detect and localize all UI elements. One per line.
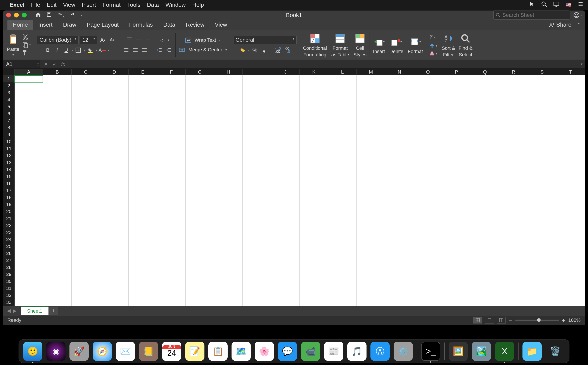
format-cells-button[interactable]: ▾ Format xyxy=(408,35,423,54)
cell[interactable] xyxy=(414,159,442,166)
decrease-font-size-button[interactable]: A▾ xyxy=(108,36,116,44)
cell[interactable] xyxy=(556,145,585,152)
row-header[interactable]: 4 xyxy=(3,96,15,103)
cell[interactable] xyxy=(186,180,214,187)
cell[interactable] xyxy=(271,208,300,215)
cell[interactable] xyxy=(186,75,214,82)
cell[interactable] xyxy=(71,257,100,264)
row-header[interactable]: 25 xyxy=(3,243,15,250)
cell[interactable] xyxy=(471,285,499,292)
cell[interactable] xyxy=(357,166,385,173)
cell[interactable] xyxy=(243,159,271,166)
cell[interactable] xyxy=(71,166,100,173)
cell[interactable] xyxy=(43,264,72,271)
cell[interactable] xyxy=(414,222,442,229)
close-window-button[interactable] xyxy=(6,13,11,17)
decrease-indent-button[interactable] xyxy=(155,46,163,54)
cell[interactable] xyxy=(442,299,471,306)
cell[interactable] xyxy=(157,173,186,180)
cell[interactable] xyxy=(129,271,157,278)
cell[interactable] xyxy=(14,131,43,138)
tab-review[interactable]: Review xyxy=(180,20,209,30)
cell[interactable] xyxy=(528,131,556,138)
cell[interactable] xyxy=(300,159,328,166)
cell[interactable] xyxy=(471,166,499,173)
cell[interactable] xyxy=(214,208,243,215)
cell[interactable] xyxy=(414,299,442,306)
cell[interactable] xyxy=(499,180,528,187)
cell[interactable] xyxy=(528,215,556,222)
cell[interactable] xyxy=(243,103,271,110)
cell[interactable] xyxy=(300,138,328,145)
cell[interactable] xyxy=(214,117,243,124)
tab-draw[interactable]: Draw xyxy=(58,20,81,30)
cell[interactable] xyxy=(357,117,385,124)
cell[interactable] xyxy=(328,194,357,201)
cell[interactable] xyxy=(271,278,300,285)
cell[interactable] xyxy=(471,82,499,89)
zoom-slider[interactable] xyxy=(515,320,559,321)
cell[interactable] xyxy=(414,82,442,89)
cell[interactable] xyxy=(157,285,186,292)
cell[interactable] xyxy=(186,201,214,208)
cell[interactable] xyxy=(214,110,243,117)
cell[interactable] xyxy=(186,236,214,243)
cell[interactable] xyxy=(357,229,385,236)
cell[interactable] xyxy=(43,145,72,152)
cell[interactable] xyxy=(243,292,271,299)
cell[interactable] xyxy=(186,103,214,110)
cell[interactable] xyxy=(528,89,556,96)
cell[interactable] xyxy=(100,285,129,292)
cell[interactable] xyxy=(442,257,471,264)
menu-window[interactable]: Window xyxy=(166,1,186,8)
cell[interactable] xyxy=(271,257,300,264)
zoom-window-button[interactable] xyxy=(22,13,27,17)
align-middle-button[interactable] xyxy=(135,36,142,44)
cell[interactable] xyxy=(385,257,414,264)
cell[interactable] xyxy=(442,250,471,257)
cell[interactable] xyxy=(214,285,243,292)
cell[interactable] xyxy=(157,194,186,201)
cell[interactable] xyxy=(528,222,556,229)
cell[interactable] xyxy=(100,257,129,264)
cell[interactable] xyxy=(214,250,243,257)
cell[interactable] xyxy=(499,96,528,103)
cell[interactable] xyxy=(414,124,442,131)
cell[interactable] xyxy=(499,159,528,166)
menu-insert[interactable]: Insert xyxy=(82,1,96,8)
cell[interactable] xyxy=(357,215,385,222)
cell[interactable] xyxy=(100,152,129,159)
cell[interactable] xyxy=(328,173,357,180)
cell[interactable] xyxy=(100,264,129,271)
increase-decimal-button[interactable]: ←.0.00 xyxy=(274,46,282,54)
cell[interactable] xyxy=(14,124,43,131)
cell[interactable] xyxy=(186,138,214,145)
cell[interactable] xyxy=(300,285,328,292)
cell[interactable] xyxy=(528,96,556,103)
cell[interactable] xyxy=(43,299,72,306)
cell[interactable] xyxy=(71,75,100,82)
dock-launchpad-icon[interactable]: 🚀 xyxy=(70,342,89,361)
cell[interactable] xyxy=(243,229,271,236)
cell[interactable] xyxy=(43,257,72,264)
cell[interactable] xyxy=(157,299,186,306)
cell[interactable] xyxy=(271,152,300,159)
dock-news-icon[interactable]: 📰 xyxy=(324,342,343,361)
cell[interactable] xyxy=(300,208,328,215)
cell[interactable] xyxy=(328,222,357,229)
cell[interactable] xyxy=(328,89,357,96)
search-sheet-input[interactable] xyxy=(493,10,570,20)
cell[interactable] xyxy=(414,145,442,152)
font-size-combo[interactable]: 12 ▾ xyxy=(80,36,97,44)
cell[interactable] xyxy=(300,180,328,187)
sheet-tab[interactable]: Sheet1 xyxy=(21,307,49,315)
cell[interactable] xyxy=(71,131,100,138)
align-left-button[interactable] xyxy=(122,46,130,54)
cell[interactable] xyxy=(129,250,157,257)
cell[interactable] xyxy=(442,117,471,124)
cell[interactable] xyxy=(243,166,271,173)
cell[interactable] xyxy=(414,110,442,117)
cell[interactable] xyxy=(271,159,300,166)
row-header[interactable]: 31 xyxy=(3,285,15,292)
cell[interactable] xyxy=(271,250,300,257)
